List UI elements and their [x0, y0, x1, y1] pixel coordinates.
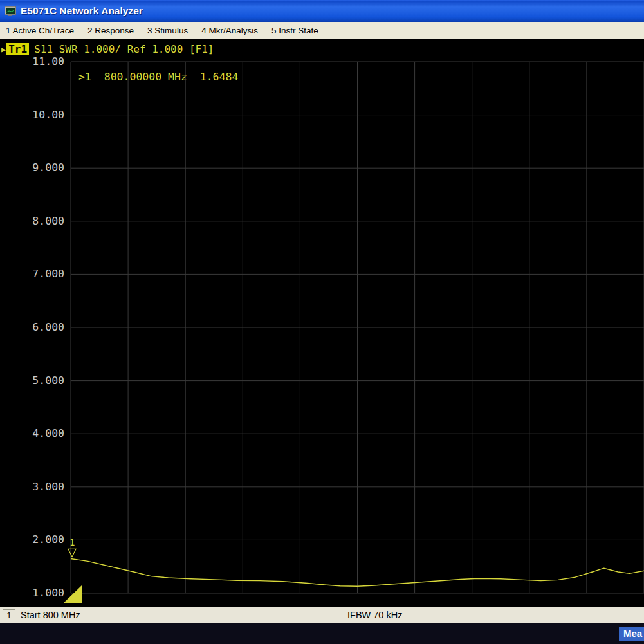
y-axis-label: 8.000	[19, 215, 64, 228]
y-axis-label: 6.000	[19, 321, 64, 334]
trace-name-badge[interactable]: Tr1	[6, 43, 29, 55]
softkey-menu-bar: Mea	[0, 623, 644, 644]
analyzer-screen: ▶ Tr1 S11 SWR 1.000/ Ref 1.000 [F1] >1 8…	[0, 39, 644, 607]
menu-item-response[interactable]: 2 Response	[87, 26, 134, 35]
if-bandwidth-label: IFBW 70 kHz	[347, 610, 402, 620]
y-axis-label: 5.000	[19, 374, 64, 387]
menu-bar: 1 Active Ch/Trace 2 Response 3 Stimulus …	[0, 22, 644, 39]
menu-item-mkr-analysis[interactable]: 4 Mkr/Analysis	[201, 26, 258, 35]
window-titlebar[interactable]: E5071C Network Analyzer	[0, 0, 644, 22]
trace-format-scale-label: S11 SWR 1.000/ Ref 1.000 [F1]	[34, 43, 214, 55]
svg-text:1: 1	[69, 537, 75, 547]
y-axis-label: 9.000	[19, 161, 64, 174]
softkey-meas-button[interactable]: Mea	[619, 627, 644, 641]
menu-item-active-ch-trace[interactable]: 1 Active Ch/Trace	[6, 26, 74, 35]
start-frequency-label: Start 800 MHz	[21, 610, 80, 620]
y-axis-label: 4.000	[19, 427, 64, 440]
trace-status-line: ▶ Tr1 S11 SWR 1.000/ Ref 1.000 [F1]	[1, 43, 214, 55]
menu-item-stimulus[interactable]: 3 Stimulus	[147, 26, 188, 35]
channel-number-box: 1	[3, 609, 15, 621]
y-axis-label: 7.000	[19, 268, 64, 281]
y-axis-label: 11.00	[19, 55, 64, 68]
y-axis-label: 2.000	[19, 533, 64, 546]
e5071c-screen: { "window": { "title": "E5071C Network A…	[0, 0, 644, 644]
menu-item-instr-state[interactable]: 5 Instr State	[271, 26, 318, 35]
status-bar: 1 Start 800 MHz IFBW 70 kHz	[0, 607, 644, 623]
y-axis-label: 3.000	[19, 481, 64, 493]
active-trace-arrow-icon: ▶	[1, 45, 6, 54]
y-axis-label: 10.00	[19, 109, 64, 122]
app-icon	[5, 6, 16, 16]
y-axis-label: 1.000	[19, 587, 64, 600]
window-title: E5071C Network Analyzer	[21, 5, 143, 17]
plot-area: 1	[71, 62, 644, 593]
